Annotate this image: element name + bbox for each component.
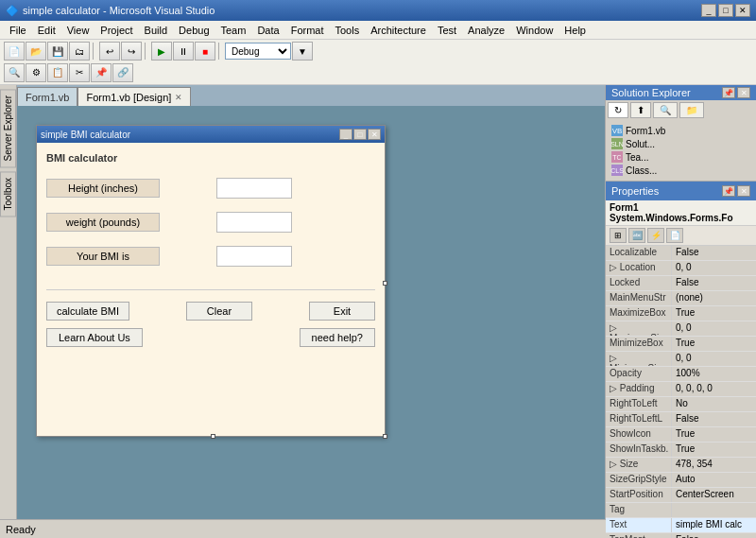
menu-edit[interactable]: Edit [32, 23, 61, 38]
props-sort-cat-btn[interactable]: ⊞ [610, 228, 627, 243]
menu-debug[interactable]: Debug [173, 23, 215, 38]
menu-project[interactable]: Project [94, 23, 138, 38]
props-pin-btn[interactable]: 📌 [722, 185, 735, 197]
prop-val-tag[interactable] [672, 503, 756, 517]
new-project-btn[interactable]: 📄 [4, 42, 25, 61]
prop-val-maximumsize[interactable]: 0, 0 [672, 321, 756, 336]
properties-subject: Form1 System.Windows.Forms.Fo [606, 200, 756, 226]
prop-val-mainmenu[interactable]: (none) [672, 291, 756, 305]
prop-name-padding: ▷ Padding [606, 382, 672, 396]
se-item-tea[interactable]: TC Tea... [610, 150, 752, 164]
bmi-input[interactable] [216, 246, 292, 267]
stop-btn[interactable]: ■ [195, 42, 215, 61]
prop-val-padding[interactable]: 0, 0, 0, 0 [672, 382, 756, 396]
prop-val-localizable[interactable]: False [672, 246, 756, 260]
run-btn[interactable]: ▶ [151, 42, 172, 61]
tb2-btn1[interactable]: 🔍 [4, 63, 25, 82]
se-toolbar-btn4[interactable]: 📁 [679, 102, 704, 118]
prop-val-text[interactable]: simple BMI calc [672, 518, 756, 532]
editor-area: Form1.vb Form1.vb [Design] ✕ simple BMI … [17, 85, 605, 519]
tab-form1-vb[interactable]: Form1.vb [17, 87, 77, 106]
prop-val-showintaskb[interactable]: True [672, 443, 756, 457]
menu-view[interactable]: View [61, 23, 95, 38]
tb2-btn3[interactable]: 📋 [47, 63, 68, 82]
form-max-btn[interactable]: □ [353, 129, 367, 140]
redo-btn[interactable]: ↪ [121, 42, 142, 61]
prop-val-size[interactable]: 478, 354 [672, 458, 756, 472]
height-input[interactable] [216, 178, 292, 199]
menu-data[interactable]: Data [251, 23, 284, 38]
prop-val-locked[interactable]: False [672, 276, 756, 290]
menu-tools[interactable]: Tools [330, 23, 366, 38]
debug-config-select[interactable]: Debug [225, 43, 291, 60]
se-item-form1vb[interactable]: VB Form1.vb [610, 124, 752, 137]
se-item-solution[interactable]: SLN Solut... [610, 137, 752, 150]
menu-help[interactable]: Help [558, 23, 592, 38]
menu-format[interactable]: Format [285, 23, 330, 38]
weight-input[interactable] [216, 212, 292, 233]
tb2-btn4[interactable]: ✂ [69, 63, 90, 82]
form-title-controls: _ □ ✕ [339, 129, 381, 140]
form-close-btn[interactable]: ✕ [368, 129, 381, 140]
se-toolbar-btn3[interactable]: 🔍 [653, 102, 678, 118]
learn-about-btn[interactable]: Learn About Us [46, 328, 143, 347]
props-close-btn[interactable]: ✕ [737, 185, 750, 197]
open-btn[interactable]: 📂 [26, 42, 46, 61]
se-toolbar-btn1[interactable]: ↻ [608, 102, 628, 118]
tb2-btn6[interactable]: 🔗 [112, 63, 133, 82]
prop-val-righttoleft[interactable]: No [672, 397, 756, 411]
minimize-btn[interactable]: _ [701, 4, 716, 17]
prop-name-minimumsize: ▷ MinimumSize [606, 352, 672, 366]
dropdown-btn[interactable]: ▼ [292, 42, 313, 61]
undo-btn[interactable]: ↩ [99, 42, 120, 61]
calculate-bmi-btn[interactable]: calculate BMI [46, 302, 129, 321]
resize-handle-bm[interactable] [211, 434, 215, 439]
form-min-btn[interactable]: _ [339, 129, 352, 140]
props-sort-az-btn[interactable]: 🔤 [628, 228, 645, 243]
save-all-btn[interactable]: 🗂 [69, 42, 90, 61]
save-btn[interactable]: 💾 [47, 42, 68, 61]
design-canvas[interactable]: simple BMI calculator _ □ ✕ BMI calculat… [17, 106, 605, 519]
props-row-padding: ▷ Padding 0, 0, 0, 0 [606, 382, 756, 397]
clear-btn[interactable]: Clear [186, 302, 252, 321]
prop-val-startposition[interactable]: CenterScreen [672, 488, 756, 502]
solution-explorer-header: Solution Explorer 📌 ✕ [606, 85, 756, 100]
menu-test[interactable]: Test [432, 23, 462, 38]
prop-val-minimumsize[interactable]: 0, 0 [672, 352, 756, 366]
prop-val-opacity[interactable]: 100% [672, 367, 756, 381]
tb2-btn5[interactable]: 📌 [91, 63, 112, 82]
prop-val-showicon[interactable]: True [672, 427, 756, 442]
tab-form1-design[interactable]: Form1.vb [Design] ✕ [77, 87, 191, 106]
server-explorer-tab[interactable]: Server Explorer [0, 89, 16, 167]
se-toolbar-btn2[interactable]: ⬆ [630, 102, 651, 118]
exit-btn[interactable]: Exit [309, 302, 375, 321]
resize-handle-mr[interactable] [383, 281, 387, 286]
prop-name-mainmenu: MainMenuStr [606, 291, 672, 305]
toolbox-tab[interactable]: Toolbox [0, 171, 16, 217]
tb2-btn2[interactable]: ⚙ [26, 63, 46, 82]
menu-analyze[interactable]: Analyze [462, 23, 510, 38]
tab-close-btn[interactable]: ✕ [175, 93, 182, 102]
prop-val-maximizebox[interactable]: True [672, 306, 756, 321]
props-events-btn[interactable]: ⚡ [647, 228, 664, 243]
prop-val-location[interactable]: 0, 0 [672, 261, 756, 275]
need-help-btn[interactable]: need help? [300, 328, 375, 347]
prop-name-opacity: Opacity [606, 367, 672, 381]
props-pages-btn[interactable]: 📄 [666, 228, 683, 243]
menu-architecture[interactable]: Architecture [365, 23, 432, 38]
menu-build[interactable]: Build [139, 23, 173, 38]
prop-val-righttoleftl[interactable]: False [672, 412, 756, 426]
prop-val-sizegripstyle[interactable]: Auto [672, 473, 756, 487]
close-btn[interactable]: ✕ [735, 4, 750, 17]
menu-window[interactable]: Window [510, 23, 558, 38]
menu-file[interactable]: File [4, 23, 32, 38]
prop-val-minimizebox[interactable]: True [672, 337, 756, 351]
se-item-class[interactable]: CLS Class... [610, 164, 752, 177]
se-close-btn[interactable]: ✕ [737, 87, 750, 98]
se-pin-btn[interactable]: 📌 [722, 87, 735, 98]
resize-handle-br[interactable] [383, 434, 387, 439]
pause-btn[interactable]: ⏸ [173, 42, 194, 61]
prop-val-topmost[interactable]: False [672, 533, 756, 538]
maximize-btn[interactable]: □ [718, 4, 733, 17]
menu-team[interactable]: Team [215, 23, 252, 38]
